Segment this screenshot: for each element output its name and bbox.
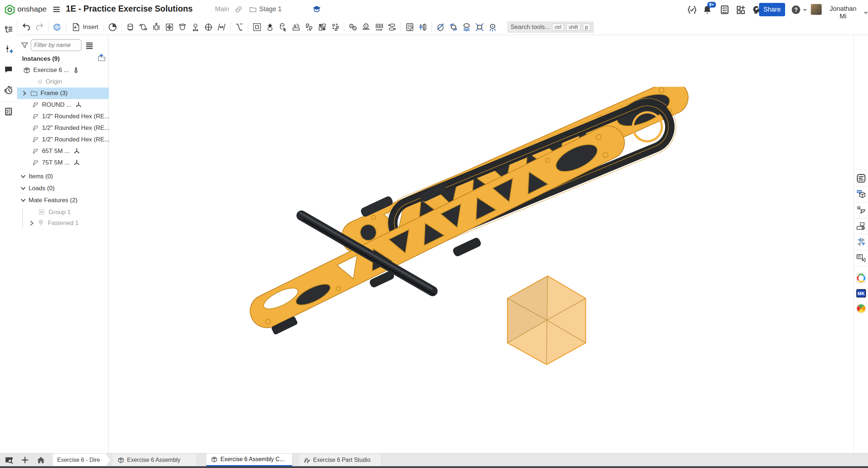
- tree-row-hex2[interactable]: 1/2" Rounded Hex (RE...: [17, 122, 123, 134]
- revolute-mate-button[interactable]: [137, 21, 150, 33]
- tree-row-hex1[interactable]: 1/2" Rounded Hex (RE...: [17, 111, 123, 122]
- version-link-button[interactable]: [235, 5, 243, 13]
- insert-in-context-button[interactable]: [290, 21, 303, 33]
- section-loads[interactable]: Loads (0): [17, 183, 111, 194]
- revolve-animate-button[interactable]: [447, 21, 460, 33]
- configurations-panel-button[interactable]: [855, 188, 867, 200]
- replace-instance-button[interactable]: [277, 21, 290, 33]
- notifications-button[interactable]: 9+: [702, 5, 712, 15]
- tasks-button[interactable]: [720, 5, 730, 15]
- slider-mate-button[interactable]: [150, 21, 163, 33]
- insert-label: Insert: [83, 24, 98, 31]
- tree-row-gear65[interactable]: 65T 5M ...: [17, 145, 123, 157]
- history-panel-button[interactable]: [3, 84, 14, 95]
- location-name[interactable]: Stage 1: [259, 5, 282, 13]
- app-ring-button[interactable]: [855, 272, 867, 284]
- expression-panel-button[interactable]: x): [855, 252, 867, 264]
- tree-row-fastened1[interactable]: Fastened 1: [17, 218, 120, 229]
- screw-relation-button[interactable]: [372, 21, 385, 33]
- pattern-button[interactable]: [316, 21, 329, 33]
- tab-assembly[interactable]: Exercise 6 Assembly: [113, 454, 197, 467]
- bill-of-materials-button[interactable]: [403, 21, 416, 33]
- tangent-mate-button[interactable]: [233, 21, 246, 33]
- fastened-mate-button[interactable]: [124, 21, 137, 33]
- drop-simulation-button[interactable]: [460, 21, 473, 33]
- list-view-toggle-icon[interactable]: [85, 41, 94, 50]
- share-button[interactable]: Share: [759, 3, 785, 16]
- app-mk-button[interactable]: MK: [855, 288, 867, 299]
- tab-manager-button[interactable]: [4, 455, 14, 465]
- comments-panel-button[interactable]: [3, 64, 14, 75]
- tab-directions[interactable]: Exercise 6 - Dire: [53, 454, 110, 467]
- kbd-ctrl: ctrl: [552, 24, 564, 31]
- user-avatar[interactable]: [811, 4, 822, 15]
- explode-parts-button[interactable]: [329, 21, 342, 33]
- chevron-right-icon[interactable]: [21, 90, 28, 97]
- section-items[interactable]: Items (0): [17, 171, 111, 182]
- pin-slot-mate-button[interactable]: [189, 21, 202, 33]
- cylindrical-mate-button[interactable]: [202, 21, 215, 33]
- collision-detection-button[interactable]: [473, 21, 486, 33]
- planar-mate-button[interactable]: [163, 21, 176, 33]
- sheet-metal-panel-button[interactable]: [855, 220, 867, 232]
- parallel-mate-button[interactable]: [215, 21, 228, 33]
- mate-button[interactable]: [106, 21, 119, 33]
- tab-part-studio[interactable]: Exercise 6 Part Studio: [299, 454, 382, 467]
- create-tab-button[interactable]: [20, 455, 30, 465]
- main-menu-button[interactable]: [52, 5, 61, 14]
- release-tasks-panel-button[interactable]: [3, 106, 14, 117]
- mate-connector-panel-button[interactable]: [3, 44, 14, 55]
- app-pinwheel-button[interactable]: [855, 236, 867, 248]
- tree-row-gear75[interactable]: 75T 5M ...: [17, 157, 123, 169]
- onshape-logo-icon[interactable]: [4, 4, 15, 15]
- bom-panel-button[interactable]: [855, 173, 867, 184]
- tree-row-round[interactable]: ROUND ...: [17, 99, 123, 111]
- assembly-structure-panel-button[interactable]: [3, 24, 14, 35]
- help-menu-button[interactable]: ?: [791, 5, 807, 15]
- user-menu-button[interactable]: Jonathan Mi: [825, 5, 868, 20]
- redo-button[interactable]: [33, 21, 46, 33]
- search-tools[interactable]: Search tools... ctrl shift p: [507, 21, 594, 33]
- gear-relation-button[interactable]: [346, 21, 359, 33]
- assembly-model[interactable]: [250, 87, 713, 387]
- app-pinwheel-color-button[interactable]: [855, 303, 867, 314]
- interference-detection-button[interactable]: [486, 21, 499, 33]
- tree-row-hex3[interactable]: 1/2" Rounded Hex (RE...: [17, 134, 123, 145]
- chevron-down-icon[interactable]: [20, 173, 26, 180]
- exploded-views-icon: [418, 22, 427, 32]
- ground-cube[interactable]: [507, 276, 586, 365]
- workspace-name[interactable]: Main: [215, 5, 229, 13]
- tab-assembly-complete[interactable]: Exercise 6 Assembly C...: [206, 454, 292, 467]
- featurescript-button[interactable]: [687, 5, 697, 15]
- tree-row-frame[interactable]: Frame (3): [17, 88, 113, 99]
- insert-button[interactable]: Insert: [68, 21, 101, 33]
- linear-relation-button[interactable]: [385, 21, 399, 33]
- rotate-view-button[interactable]: [51, 21, 64, 33]
- tree-row-assembly-root[interactable]: Exercise 6 ...: [17, 64, 114, 76]
- ball-mate-button[interactable]: [176, 21, 189, 33]
- animate-button[interactable]: [434, 21, 447, 33]
- learning-center-button[interactable]: [312, 4, 321, 14]
- link-icon: [235, 5, 243, 13]
- undo-button[interactable]: [20, 21, 33, 33]
- home-tab-button[interactable]: [36, 455, 46, 465]
- replicate-button[interactable]: [303, 21, 316, 33]
- group-button[interactable]: [250, 21, 264, 33]
- mate-connector-add-icon: [4, 45, 13, 54]
- app-store-button[interactable]: [736, 5, 746, 15]
- filter-icon[interactable]: [21, 41, 29, 49]
- chevron-right-icon[interactable]: [29, 220, 35, 226]
- graphics-area[interactable]: Top Front Right Y Z X: [109, 35, 854, 453]
- section-mate-features[interactable]: Mate Features (2): [17, 195, 111, 206]
- tree-label: Exercise 6 ...: [33, 67, 69, 74]
- exploded-views-button[interactable]: [416, 21, 429, 33]
- standard-content-button[interactable]: [264, 21, 277, 33]
- instance-configuration-button[interactable]: [855, 204, 867, 216]
- chevron-down-icon[interactable]: [20, 197, 26, 204]
- chevron-down-icon[interactable]: [20, 185, 26, 192]
- filter-input[interactable]: [31, 39, 81, 51]
- create-folder-button[interactable]: [97, 54, 106, 63]
- tree-label: ROUND ...: [42, 101, 71, 109]
- rotate-view-icon: [52, 22, 62, 32]
- rack-pinion-relation-button[interactable]: [359, 21, 372, 33]
